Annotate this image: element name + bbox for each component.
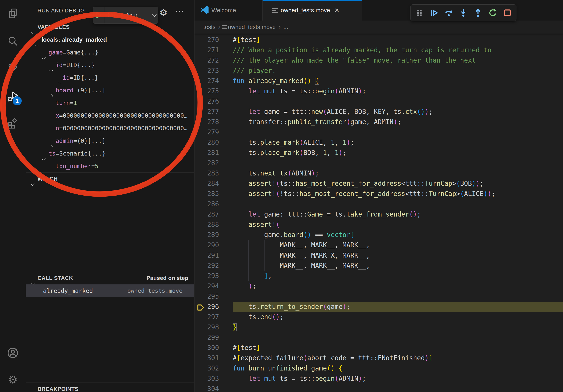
code-line[interactable]: 292 MARK__, MARK__, MARK__, — [194, 261, 563, 271]
code-line[interactable]: 272/// the player who made the "false" m… — [194, 55, 563, 65]
step-over-button[interactable] — [443, 7, 454, 19]
variable-row-ts[interactable]: ts = Scenario{...} — [26, 147, 194, 160]
code-line[interactable]: 299 — [194, 332, 563, 343]
line-number[interactable]: 276 — [194, 96, 233, 107]
code-line-content[interactable]: ); — [233, 281, 563, 291]
line-number[interactable]: 290 — [194, 240, 233, 250]
breakpoints-section-header[interactable]: BREAKPOINTS — [26, 383, 194, 392]
line-number[interactable]: 282 — [194, 158, 233, 168]
code-line-content[interactable] — [233, 127, 563, 137]
code-line[interactable]: 296 ts.return_to_sender(game); — [194, 301, 563, 312]
line-number[interactable]: 270 — [194, 35, 233, 45]
line-number[interactable]: 304 — [194, 384, 233, 392]
line-number[interactable]: 285 — [194, 189, 233, 199]
code-line-content[interactable] — [233, 158, 563, 168]
continue-button[interactable] — [428, 7, 439, 19]
code-line[interactable]: 280 ts.place_mark(ALICE, 1, 1); — [194, 137, 563, 148]
line-number[interactable]: 275 — [194, 86, 233, 96]
line-number[interactable]: 289 — [194, 230, 233, 240]
code-line-content[interactable]: ts.next_tx(ADMIN); — [233, 168, 563, 178]
code-line-content[interactable]: ts.place_mark(ALICE, 1, 1); — [233, 137, 563, 148]
code-line[interactable]: 289 game.board() == vector[ — [194, 230, 563, 240]
code-line-content[interactable]: fun burn_unfinished_game() { — [233, 363, 563, 373]
code-line-content[interactable]: fun already_marked() { — [233, 76, 563, 86]
code-line-content[interactable] — [233, 96, 563, 107]
restart-button[interactable] — [487, 7, 498, 19]
step-into-button[interactable] — [458, 7, 469, 19]
code-line[interactable]: 297 ts.end(); — [194, 312, 563, 322]
line-number[interactable]: 296 — [194, 301, 233, 312]
code-line-content[interactable]: /// When a position is already marked, t… — [233, 45, 563, 55]
line-number[interactable]: 286 — [194, 199, 233, 209]
code-line[interactable]: 279 — [194, 127, 563, 137]
line-number[interactable]: 273 — [194, 65, 233, 76]
code-line-content[interactable] — [233, 199, 563, 209]
code-line[interactable]: 294 ); — [194, 281, 563, 291]
code-line[interactable]: 270#[test] — [194, 35, 563, 45]
code-line-content[interactable]: #[expected_failure(abort_code = ttt::ENo… — [233, 353, 563, 363]
code-line-content[interactable]: ts.place_mark(BOB, 1, 1); — [233, 148, 563, 158]
breadcrumb-folder[interactable]: tests — [203, 24, 215, 30]
code-line-content[interactable]: let mut ts = ts::begin(ADMIN); — [233, 86, 563, 96]
account-icon[interactable] — [0, 347, 26, 359]
line-number[interactable]: 294 — [194, 281, 233, 291]
call-stack-section-header[interactable]: CALL STACK Paused on step — [26, 272, 194, 284]
code-line-content[interactable]: #[test] — [233, 343, 563, 353]
line-number[interactable]: 302 — [194, 363, 233, 373]
stop-button[interactable] — [502, 7, 513, 19]
line-number[interactable]: 287 — [194, 209, 233, 220]
variable-row-id-id[interactable]: id = ID{...} — [26, 71, 194, 84]
code-line-content[interactable]: #[test] — [233, 35, 563, 45]
settings-gear-icon[interactable]: ⚙ — [0, 374, 26, 385]
code-line-content[interactable]: /// player. — [233, 65, 563, 76]
code-line[interactable]: 283 ts.next_tx(ADMIN); — [194, 168, 563, 178]
line-number[interactable]: 299 — [194, 332, 233, 343]
code-line-content[interactable]: MARK__, MARK_X, MARK__, — [233, 250, 563, 261]
line-number[interactable]: 301 — [194, 353, 233, 363]
code-line[interactable]: 278 transfer::public_transfer(game, ADMI… — [194, 117, 563, 127]
code-line-content[interactable] — [233, 384, 563, 392]
variable-row-txn-number[interactable]: txn_number = 5 — [26, 160, 194, 172]
line-number[interactable]: 303 — [194, 373, 233, 384]
code-line-content[interactable]: ], — [233, 271, 563, 281]
code-line[interactable]: 287 let game: ttt::Game = ts.take_from_s… — [194, 209, 563, 220]
variables-section-header[interactable]: VARIABLES — [26, 21, 194, 33]
code-line-content[interactable]: let game: ttt::Game = ts.take_from_sende… — [233, 209, 563, 220]
code-line[interactable]: 284 assert!(ts::has_most_recent_for_addr… — [194, 178, 563, 189]
variable-row-admin[interactable]: admin = (0)[...] — [26, 134, 194, 147]
code-line[interactable]: 288 assert!( — [194, 220, 563, 230]
line-number[interactable]: 295 — [194, 291, 233, 301]
drag-handle-icon[interactable] — [414, 7, 425, 19]
code-line-content[interactable]: MARK__, MARK__, MARK__, — [233, 240, 563, 250]
code-line[interactable]: 282 — [194, 158, 563, 168]
code-line[interactable]: 293 ], — [194, 271, 563, 281]
line-number[interactable]: 281 — [194, 148, 233, 158]
line-number[interactable]: 283 — [194, 168, 233, 178]
line-number[interactable]: 279 — [194, 127, 233, 137]
code-line[interactable]: 285 assert!(!ts::has_most_recent_for_add… — [194, 189, 563, 199]
code-line-content[interactable] — [233, 332, 563, 343]
code-line-content[interactable]: /// the player who made the "false" move… — [233, 55, 563, 65]
code-line-content[interactable]: MARK__, MARK__, MARK__, — [233, 261, 563, 271]
line-number[interactable]: 292 — [194, 261, 233, 271]
line-number[interactable]: 272 — [194, 55, 233, 65]
line-number[interactable]: 274 — [194, 76, 233, 86]
line-number[interactable]: 284 — [194, 178, 233, 189]
tab-welcome[interactable]: Welcome — [194, 0, 263, 21]
source-control-icon[interactable] — [0, 63, 26, 74]
call-stack-frame-row[interactable]: already_marked owned_tests.move — [26, 284, 194, 297]
code-line-content[interactable]: ts.end(); — [233, 312, 563, 322]
watch-section-header[interactable]: WATCH — [26, 172, 194, 185]
more-actions-icon[interactable]: ⋯ — [175, 6, 184, 16]
code-line-content[interactable]: assert!( — [233, 220, 563, 230]
line-number[interactable]: 288 — [194, 220, 233, 230]
code-line-content[interactable]: let game = ttt::new(ALICE, BOB, KEY, ts.… — [233, 107, 563, 117]
line-number[interactable]: 271 — [194, 45, 233, 55]
code-line-content[interactable] — [233, 291, 563, 301]
code-line-content[interactable]: assert!(!ts::has_most_recent_for_address… — [233, 189, 563, 199]
breadcrumb-symbol[interactable]: ... — [283, 24, 288, 30]
variable-row-turn[interactable]: turn = 1 — [26, 96, 194, 109]
extensions-icon[interactable] — [0, 118, 26, 129]
breadcrumb-file[interactable]: owned_tests.move — [228, 24, 276, 30]
variable-row-id-uid[interactable]: id = UID{...} — [26, 59, 194, 71]
